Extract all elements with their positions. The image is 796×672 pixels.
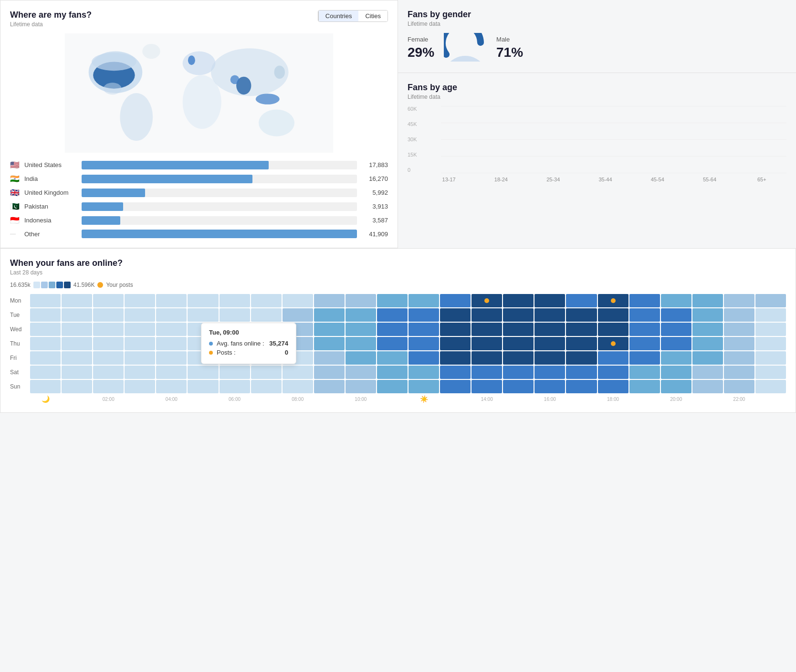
heatmap-cell[interactable] [503, 337, 534, 350]
heatmap-cell[interactable] [377, 294, 408, 307]
heatmap-cell[interactable] [724, 294, 754, 307]
heatmap-cell[interactable] [661, 323, 691, 336]
heatmap-cell[interactable] [314, 308, 345, 322]
heatmap-cell[interactable] [566, 337, 597, 350]
heatmap-cell[interactable] [188, 308, 218, 322]
heatmap-cell[interactable] [440, 323, 471, 336]
heatmap-cell[interactable] [30, 337, 61, 350]
heatmap-cell[interactable] [283, 380, 313, 393]
heatmap-cell[interactable] [408, 337, 439, 350]
heatmap-cell[interactable] [62, 366, 92, 379]
heatmap-cell[interactable] [156, 351, 187, 365]
heatmap-cell[interactable] [62, 308, 92, 322]
heatmap-cell[interactable] [251, 366, 282, 379]
heatmap-cell[interactable] [598, 294, 628, 307]
heatmap-cell[interactable] [440, 294, 471, 307]
heatmap-cell[interactable] [661, 294, 691, 307]
heatmap-cell[interactable] [220, 380, 250, 393]
heatmap-cell[interactable] [93, 294, 124, 307]
heatmap-cell[interactable] [283, 294, 313, 307]
heatmap-cell[interactable] [724, 337, 754, 350]
heatmap-cell[interactable] [471, 366, 502, 379]
heatmap-cell[interactable] [503, 351, 534, 365]
heatmap-cell[interactable] [125, 337, 155, 350]
heatmap-cell[interactable] [377, 351, 408, 365]
heatmap-cell[interactable] [346, 294, 376, 307]
heatmap-cell[interactable] [30, 323, 61, 336]
heatmap-cell[interactable] [755, 366, 786, 379]
heatmap-cell[interactable] [534, 366, 565, 379]
heatmap-cell[interactable] [62, 337, 92, 350]
heatmap-cell[interactable] [692, 323, 723, 336]
heatmap-cell[interactable] [93, 323, 124, 336]
heatmap-cell[interactable] [440, 351, 471, 365]
heatmap-cell[interactable] [408, 366, 439, 379]
heatmap-cell[interactable] [724, 323, 754, 336]
heatmap-cell[interactable] [598, 337, 628, 350]
heatmap-cell[interactable] [408, 308, 439, 322]
heatmap-cell[interactable] [724, 380, 754, 393]
heatmap-cell[interactable] [566, 366, 597, 379]
heatmap-cell[interactable] [598, 366, 628, 379]
heatmap-cell[interactable] [62, 323, 92, 336]
heatmap-cell[interactable] [629, 337, 660, 350]
heatmap-cell[interactable] [661, 380, 691, 393]
heatmap-cell[interactable] [440, 308, 471, 322]
heatmap-cell[interactable] [755, 323, 786, 336]
heatmap-grid[interactable]: MonTueWedThuFriSatSun [10, 294, 786, 393]
heatmap-cell[interactable] [566, 323, 597, 336]
heatmap-cell[interactable] [566, 308, 597, 322]
heatmap-cell[interactable] [62, 351, 92, 365]
heatmap-cell[interactable] [566, 351, 597, 365]
heatmap-cell[interactable] [629, 323, 660, 336]
heatmap-cell[interactable] [661, 366, 691, 379]
cities-toggle-button[interactable]: Cities [358, 10, 388, 21]
heatmap-cell[interactable] [408, 323, 439, 336]
heatmap-cell[interactable] [534, 323, 565, 336]
heatmap-cell[interactable] [30, 366, 61, 379]
heatmap-cell[interactable] [93, 337, 124, 350]
heatmap-cell[interactable] [156, 323, 187, 336]
heatmap-cell[interactable] [661, 351, 691, 365]
heatmap-cell[interactable] [755, 308, 786, 322]
heatmap-cell[interactable] [251, 294, 282, 307]
heatmap-cell[interactable] [377, 323, 408, 336]
heatmap-cell[interactable] [692, 351, 723, 365]
heatmap-cell[interactable] [503, 366, 534, 379]
heatmap-cell[interactable] [283, 308, 313, 322]
heatmap-cell[interactable] [692, 366, 723, 379]
heatmap-cell[interactable] [471, 308, 502, 322]
heatmap-cell[interactable] [125, 294, 155, 307]
heatmap-cell[interactable] [598, 308, 628, 322]
heatmap-cell[interactable] [471, 380, 502, 393]
heatmap-cell[interactable] [346, 323, 376, 336]
heatmap-cell[interactable] [93, 308, 124, 322]
heatmap-cell[interactable] [220, 366, 250, 379]
heatmap-cell[interactable] [156, 366, 187, 379]
heatmap-cell[interactable] [188, 366, 218, 379]
heatmap-cell[interactable] [346, 308, 376, 322]
heatmap-cell[interactable] [692, 308, 723, 322]
heatmap-cell[interactable] [724, 366, 754, 379]
heatmap-cell[interactable] [93, 380, 124, 393]
heatmap-cell[interactable] [125, 351, 155, 365]
heatmap-cell[interactable] [534, 351, 565, 365]
heatmap-cell[interactable] [377, 337, 408, 350]
heatmap-cell[interactable] [534, 337, 565, 350]
heatmap-cell[interactable] [408, 351, 439, 365]
heatmap-cell[interactable] [125, 366, 155, 379]
heatmap-cell[interactable] [692, 294, 723, 307]
heatmap-cell[interactable] [188, 294, 218, 307]
heatmap-cell[interactable] [503, 380, 534, 393]
heatmap-cell[interactable] [314, 351, 345, 365]
heatmap-cell[interactable] [251, 308, 282, 322]
heatmap-cell[interactable] [314, 380, 345, 393]
heatmap-cell[interactable] [692, 380, 723, 393]
heatmap-cell[interactable] [598, 351, 628, 365]
heatmap-cell[interactable] [408, 380, 439, 393]
heatmap-cell[interactable] [566, 294, 597, 307]
heatmap-cell[interactable] [534, 380, 565, 393]
heatmap-cell[interactable] [534, 308, 565, 322]
heatmap-cell[interactable] [661, 308, 691, 322]
heatmap-cell[interactable] [62, 294, 92, 307]
